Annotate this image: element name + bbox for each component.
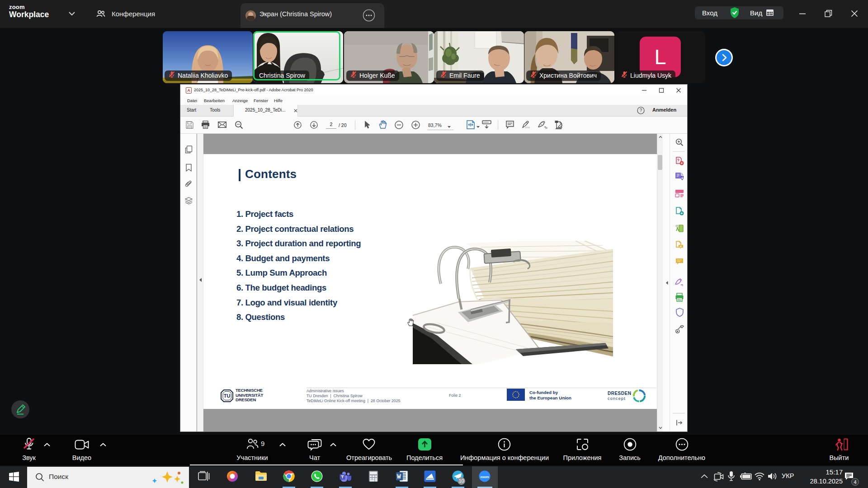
svg-text:?: ? (640, 108, 642, 113)
svg-text:zoom: zoom (480, 475, 489, 479)
svg-text:Ab: Ab (545, 127, 547, 129)
svg-text:TU: TU (224, 393, 231, 399)
svg-text:A: A (187, 88, 190, 93)
